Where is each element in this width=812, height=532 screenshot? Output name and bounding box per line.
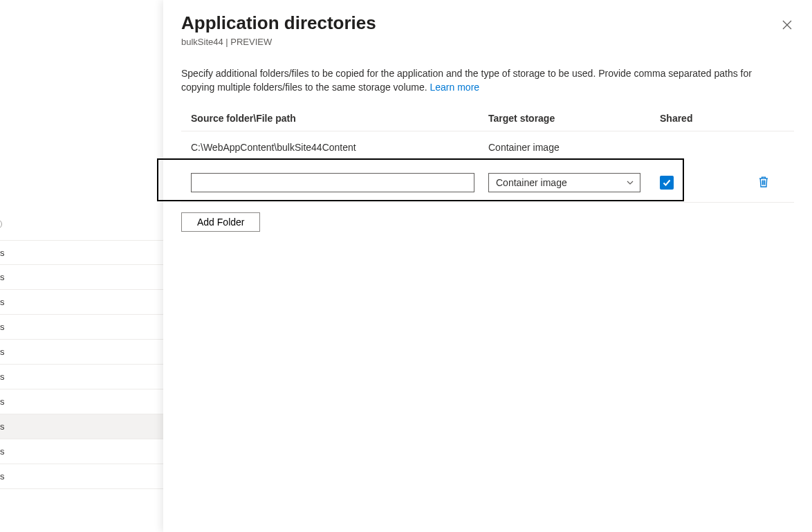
delete-row-button[interactable]	[757, 175, 771, 189]
list-item[interactable]: s	[0, 240, 163, 265]
blade-subtitle: bulkSite44 | PREVIEW	[181, 37, 794, 47]
list-item[interactable]: s	[0, 365, 163, 389]
table-row: C:\WebAppContent\bulkSite44Content Conta…	[181, 131, 794, 163]
add-folder-button[interactable]: Add Folder	[181, 212, 260, 232]
col-header-target: Target storage	[488, 113, 660, 124]
directories-table: Source folder\File path Target storage S…	[181, 113, 794, 203]
check-icon	[662, 178, 672, 187]
close-icon	[782, 20, 792, 30]
col-header-shared: Shared	[660, 113, 722, 124]
list-item[interactable]: s	[0, 340, 163, 365]
list-item-selected[interactable]: s	[0, 414, 163, 439]
cell-target: Container image	[488, 142, 660, 153]
list-item[interactable]: s	[0, 265, 163, 290]
background-left-panel: on type i s s s s s s s s s s	[0, 0, 163, 532]
target-storage-select[interactable]: Container image	[488, 173, 640, 192]
list-item[interactable]: s	[0, 315, 163, 340]
trash-icon	[758, 176, 769, 188]
chevron-down-icon	[626, 178, 634, 187]
blade-header: Application directories bulkSite44 | PRE…	[181, 12, 794, 47]
blade-description: Specify additional folders/files to be c…	[181, 66, 776, 95]
cell-target-edit: Container image	[488, 173, 660, 192]
target-storage-selected: Container image	[496, 177, 567, 188]
cell-source-edit	[191, 173, 488, 192]
info-icon[interactable]: i	[0, 219, 2, 229]
learn-more-link[interactable]: Learn more	[430, 82, 480, 93]
close-button[interactable]	[777, 15, 797, 35]
table-row-editable: Container image	[181, 163, 794, 203]
list-item[interactable]: s	[0, 290, 163, 315]
cell-shared-edit	[660, 176, 722, 190]
source-path-input[interactable]	[191, 173, 474, 192]
table-header-row: Source folder\File path Target storage S…	[181, 113, 794, 131]
shared-checkbox[interactable]	[660, 176, 674, 190]
cell-actions-edit	[757, 175, 784, 190]
col-header-source: Source folder\File path	[191, 113, 488, 124]
left-filter-label-row: on type i	[0, 219, 2, 229]
blade-title: Application directories	[181, 12, 794, 34]
left-list: s s s s s s s s s s	[0, 240, 163, 489]
list-item[interactable]: s	[0, 464, 163, 489]
list-item[interactable]: s	[0, 439, 163, 464]
list-item[interactable]: s	[0, 389, 163, 414]
cell-source: C:\WebAppContent\bulkSite44Content	[191, 142, 488, 153]
blade-panel: Application directories bulkSite44 | PRE…	[163, 0, 812, 532]
